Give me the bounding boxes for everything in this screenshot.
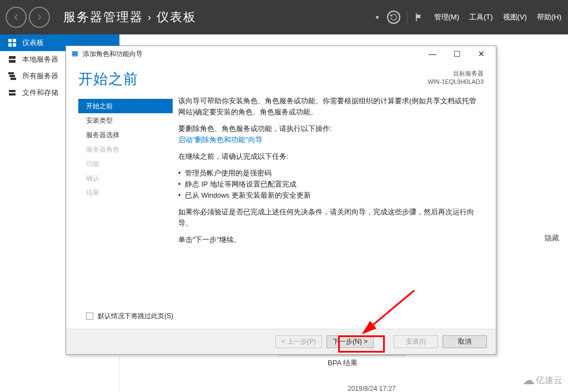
svg-rect-12 [72, 53, 78, 55]
install-button: 安装(I) [394, 335, 438, 348]
server-icon [8, 55, 17, 64]
prereq-item: 管理员帐户使用的是强密码 [178, 168, 481, 179]
step-before-begin[interactable]: 开始之前 [78, 99, 173, 113]
step-confirm: 确认 [78, 171, 173, 185]
wizard-icon [71, 49, 79, 58]
wizard-steps: 开始之前 安装类型 服务器选择 服务器角色 功能 确认 结果 [78, 96, 173, 311]
svg-rect-7 [9, 75, 15, 77]
watermark-text: 亿速云 [536, 375, 562, 386]
wizard-footer: < 上一步(P) 下一步(N) > 安装(I) 取消 [66, 329, 496, 354]
svg-rect-2 [8, 43, 12, 47]
svg-rect-10 [9, 93, 16, 96]
hide-link[interactable]: 隐藏 [545, 233, 559, 243]
sidebar-item-label: 仪表板 [22, 38, 44, 48]
breadcrumb: 服务器管理器 › 仪表板 [50, 9, 197, 26]
step-features: 功能 [78, 157, 173, 171]
prereq-item: 静态 IP 地址等网络设置已配置完成 [178, 179, 481, 190]
skip-row: 默认情况下将跳过此页(S) [66, 311, 496, 329]
skip-checkbox[interactable] [86, 313, 93, 320]
breadcrumb-app: 服务器管理器 [63, 9, 143, 26]
header-icons: ▼ [375, 11, 424, 24]
step-server-select[interactable]: 服务器选择 [78, 128, 173, 142]
titlebar[interactable]: 添加角色和功能向导 — ☐ ✕ [66, 46, 496, 62]
svg-rect-0 [8, 39, 12, 42]
svg-rect-9 [9, 90, 16, 92]
flag-icon[interactable] [414, 12, 424, 22]
menu-view[interactable]: 视图(V) [503, 12, 527, 22]
svg-rect-4 [9, 56, 16, 59]
bpa-timestamp: 2019/8/24 17:27 [348, 385, 396, 392]
app-header: 服务器管理器 › 仪表板 ▼ 管理(M) 工具(T) 视图(V) 帮助(H) [0, 0, 568, 34]
menu-tools[interactable]: 工具(T) [469, 12, 493, 22]
dashboard-icon [8, 38, 17, 47]
prev-button: < 上一步(P) [275, 335, 322, 348]
refresh-icon[interactable] [387, 11, 400, 24]
page-title: 开始之前 [78, 69, 138, 89]
menu-help[interactable]: 帮助(H) [537, 12, 561, 22]
watermark: ☁ 亿速云 [522, 373, 562, 388]
servers-icon [8, 72, 17, 81]
maximize-button[interactable]: ☐ [445, 47, 469, 61]
prereq-list: 管理员帐户使用的是强密码 静态 IP 地址等网络设置已配置完成 已从 Windo… [178, 168, 481, 201]
svg-rect-6 [8, 72, 14, 74]
header-right: ▼ 管理(M) 工具(T) 视图(V) 帮助(H) [375, 11, 561, 24]
cancel-button[interactable]: 取消 [443, 335, 487, 348]
storage-icon [8, 88, 17, 97]
prereq-item: 已从 Windows 更新安装最新的安全更新 [178, 190, 481, 201]
svg-rect-3 [13, 43, 16, 47]
svg-rect-13 [72, 56, 78, 57]
minimize-button[interactable]: — [420, 47, 445, 61]
sidebar-item-label: 本地服务器 [22, 54, 58, 64]
svg-rect-11 [72, 52, 78, 53]
next-button[interactable]: 下一步(N) > [326, 335, 374, 348]
watermark-icon: ☁ [522, 373, 532, 388]
target-label: 目标服务器 [428, 69, 484, 78]
window-title: 添加角色和功能向导 [83, 49, 143, 59]
svg-rect-1 [13, 39, 16, 42]
target-info: 目标服务器 WIN-1EQL9H0LAD3 [428, 69, 484, 87]
wizard-content: 该向导可帮助你安装角色、角色服务或功能。你需要根据组织的计算要求(例如共享文档或… [173, 96, 484, 311]
svg-rect-5 [9, 60, 16, 63]
sidebar-item-label: 所有服务器 [22, 71, 58, 81]
wizard-dialog: 添加角色和功能向导 — ☐ ✕ 开始之前 目标服务器 WIN-1EQL9H0LA… [66, 46, 496, 355]
content-p5: 单击"下一步"继续。 [178, 234, 481, 245]
skip-label: 默认情况下将跳过此页(S) [98, 311, 173, 321]
content-p4: 如果你必须验证是否已完成上述任何先决条件，请关闭向导，完成这些步骤，然后再次运行… [178, 207, 481, 229]
remove-wizard-link[interactable]: 启动"删除角色和功能"向导 [178, 136, 263, 144]
bpa-title: BPA 结果 [279, 356, 406, 370]
close-button[interactable]: ✕ [469, 47, 494, 61]
divider [407, 11, 408, 24]
wizard-body: 开始之前 安装类型 服务器选择 服务器角色 功能 确认 结果 该向导可帮助你安装… [66, 89, 496, 311]
sidebar-item-label: 文件和存储 [22, 88, 58, 98]
nav-arrows [0, 7, 50, 28]
step-results: 结果 [78, 185, 173, 200]
bpa-section: BPA 结果 [279, 355, 406, 370]
step-server-roles: 服务器角色 [78, 142, 173, 157]
content-p3: 在继续之前，请确认完成以下任务: [178, 151, 481, 162]
breadcrumb-page: 仪表板 [157, 9, 197, 26]
wizard-header: 开始之前 目标服务器 WIN-1EQL9H0LAD3 [66, 62, 496, 89]
content-p2: 要删除角色、角色服务或功能，请执行以下操作: 启动"删除角色和功能"向导 [178, 123, 481, 145]
chevron-right-icon: › [148, 12, 152, 23]
forward-button [29, 7, 50, 28]
chevron-down-icon[interactable]: ▼ [375, 14, 380, 21]
svg-rect-8 [11, 78, 16, 80]
content-p1: 该向导可帮助你安装角色、角色服务或功能。你需要根据组织的计算要求(例如共享文档或… [178, 96, 481, 118]
step-install-type[interactable]: 安装类型 [78, 113, 173, 128]
back-button[interactable] [6, 7, 27, 28]
target-value: WIN-1EQL9H0LAD3 [428, 78, 484, 86]
menu-manage[interactable]: 管理(M) [434, 12, 460, 22]
